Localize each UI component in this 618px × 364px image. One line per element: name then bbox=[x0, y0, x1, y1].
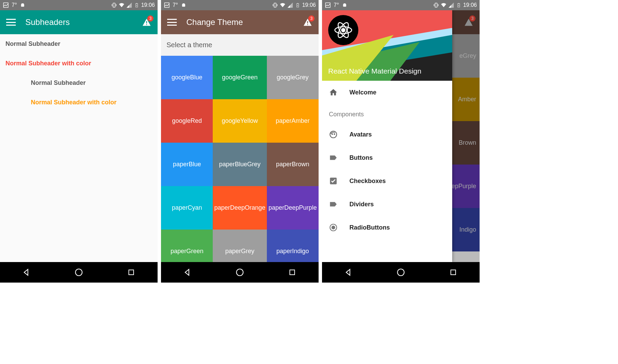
phone-screen-change-theme: 7° 19:06 Change Theme 3 Select a theme g… bbox=[161, 0, 319, 283]
svg-rect-24 bbox=[325, 3, 330, 8]
nav-back-button[interactable] bbox=[21, 267, 32, 277]
theme-googleRed[interactable]: googleRed bbox=[161, 99, 213, 143]
android-icon bbox=[181, 2, 187, 8]
theme-paperBlueGrey[interactable]: paperBlueGrey bbox=[213, 143, 267, 186]
phone-screen-subheaders: 7° 19:06 Subheaders 3 bbox=[0, 0, 158, 283]
drawer-section-components: Components bbox=[322, 104, 452, 123]
svg-rect-30 bbox=[458, 3, 459, 3]
nav-recent-button[interactable] bbox=[126, 267, 136, 277]
theme-paperBrown[interactable]: paperBrown bbox=[267, 143, 319, 186]
vibrate-icon bbox=[433, 2, 439, 8]
picture-icon bbox=[3, 2, 9, 8]
wifi-icon bbox=[119, 2, 125, 8]
drawer-item-label: Checkboxes bbox=[349, 178, 386, 185]
svg-rect-10 bbox=[146, 24, 147, 25]
theme-grid: googleBluegoogleGreengoogleGreygoogleRed… bbox=[161, 56, 319, 262]
status-temperature: 7° bbox=[12, 2, 17, 8]
svg-rect-4 bbox=[113, 3, 115, 7]
menu-icon[interactable] bbox=[167, 19, 177, 26]
drawer-title: React Native Material Design bbox=[328, 67, 421, 75]
theme-paperBlue[interactable]: paperBlue bbox=[161, 143, 213, 186]
status-bar: 7° 19:06 bbox=[161, 0, 319, 10]
nav-back-button[interactable] bbox=[343, 267, 354, 277]
svg-point-31 bbox=[342, 28, 345, 32]
theme-paperGreen[interactable]: paperGreen bbox=[161, 230, 213, 262]
nav-home-button[interactable] bbox=[74, 267, 84, 277]
battery-icon bbox=[134, 2, 140, 8]
picture-icon bbox=[325, 2, 331, 8]
navigation-bar bbox=[0, 262, 158, 283]
svg-rect-42 bbox=[451, 270, 456, 275]
nav-home-button[interactable] bbox=[396, 267, 406, 277]
svg-point-41 bbox=[397, 269, 404, 276]
drawer-item-buttons[interactable]: Buttons bbox=[322, 146, 452, 169]
status-time: 19:06 bbox=[463, 2, 477, 8]
page-title: Change Theme bbox=[186, 17, 243, 27]
nav-recent-button[interactable] bbox=[448, 267, 458, 277]
android-icon bbox=[342, 2, 348, 8]
svg-rect-1 bbox=[21, 4, 24, 7]
notification-badge: 3 bbox=[147, 15, 153, 22]
theme-paperIndigo[interactable]: paperIndigo bbox=[267, 230, 319, 262]
select-theme-subheader: Select a theme bbox=[161, 34, 319, 56]
face-icon bbox=[329, 130, 338, 139]
drawer-item-welcome[interactable]: Welcome bbox=[322, 81, 452, 104]
page-title: Subheaders bbox=[25, 17, 70, 27]
svg-point-11 bbox=[75, 269, 82, 276]
radio-icon bbox=[329, 223, 338, 232]
theme-paperCyan[interactable]: paperCyan bbox=[161, 186, 213, 230]
notification-badge: 3 bbox=[308, 15, 314, 22]
svg-rect-19 bbox=[297, 3, 298, 3]
nav-back-button[interactable] bbox=[182, 267, 193, 277]
android-icon bbox=[20, 2, 26, 8]
vibrate-icon bbox=[272, 2, 278, 8]
label-icon bbox=[329, 153, 338, 162]
theme-paperDeepPurple[interactable]: paperDeepPurple bbox=[267, 186, 319, 230]
navigation-drawer: React Native Material Design Welcome Com… bbox=[322, 10, 452, 262]
theme-googleGrey[interactable]: googleGrey bbox=[267, 56, 319, 99]
app-bar: Change Theme 3 bbox=[161, 10, 319, 34]
theme-googleGreen[interactable]: googleGreen bbox=[213, 56, 267, 99]
svg-point-40 bbox=[332, 226, 335, 229]
drawer-item-label: Avatars bbox=[349, 131, 372, 138]
battery-icon bbox=[456, 2, 462, 8]
navigation-bar bbox=[161, 262, 319, 283]
svg-rect-12 bbox=[129, 270, 134, 275]
signal-icon bbox=[287, 2, 293, 8]
subheader-inset-amber: Normal Subheader with color bbox=[0, 93, 158, 112]
theme-googleBlue[interactable]: googleBlue bbox=[161, 56, 213, 99]
warning-icon[interactable]: 3 bbox=[142, 17, 151, 27]
status-time: 19:06 bbox=[302, 2, 316, 8]
status-time: 19:06 bbox=[141, 2, 155, 8]
theme-paperDeepOrange[interactable]: paperDeepOrange bbox=[213, 186, 267, 230]
nav-recent-button[interactable] bbox=[287, 267, 297, 277]
drawer-item-dividers[interactable]: Dividers bbox=[322, 193, 452, 216]
menu-icon[interactable] bbox=[6, 19, 16, 26]
status-temperature: 7° bbox=[173, 2, 178, 8]
label-icon bbox=[329, 200, 338, 209]
content-area: Select a theme googleBluegoogleGreengoog… bbox=[161, 34, 319, 262]
picture-icon bbox=[164, 2, 170, 8]
drawer-item-label: Welcome bbox=[349, 89, 376, 96]
drawer-item-label: RadioButtons bbox=[349, 224, 390, 231]
theme-paperAmber[interactable]: paperAmber bbox=[267, 99, 319, 143]
theme-paperGrey[interactable]: paperGrey bbox=[213, 230, 267, 262]
svg-point-36 bbox=[332, 134, 333, 134]
drawer-item-label: Dividers bbox=[349, 201, 374, 208]
status-temperature: 7° bbox=[334, 2, 339, 8]
signal-icon bbox=[448, 2, 454, 8]
svg-rect-26 bbox=[435, 3, 437, 7]
warning-icon[interactable]: 3 bbox=[303, 17, 312, 27]
drawer-item-checkboxes[interactable]: Checkboxes bbox=[322, 169, 452, 193]
drawer-item-radiobuttons[interactable]: RadioButtons bbox=[322, 216, 452, 239]
svg-rect-20 bbox=[307, 21, 308, 24]
drawer-item-avatars[interactable]: Avatars bbox=[322, 123, 452, 146]
subheader-inset: Normal Subheader bbox=[0, 73, 158, 93]
nav-home-button[interactable] bbox=[235, 267, 245, 277]
svg-rect-14 bbox=[182, 4, 185, 7]
drawer-header: React Native Material Design bbox=[322, 10, 452, 81]
checkbox-icon bbox=[329, 177, 338, 185]
drawer-item-label: Buttons bbox=[349, 154, 373, 161]
svg-rect-25 bbox=[343, 4, 346, 7]
theme-googleYellow[interactable]: googleYellow bbox=[213, 99, 267, 143]
